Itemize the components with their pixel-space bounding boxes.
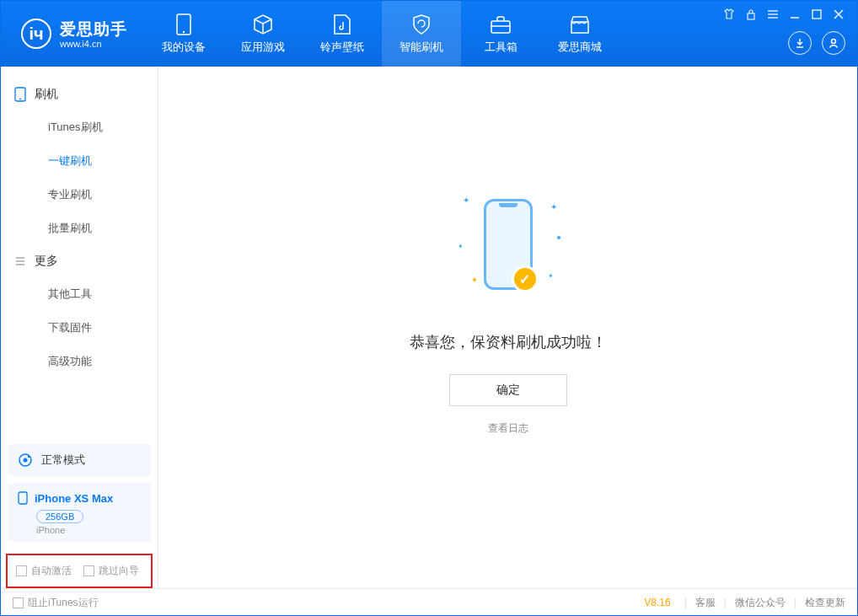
phone-notch (499, 203, 517, 207)
checkbox-icon (13, 597, 24, 608)
separator: | (724, 597, 727, 608)
device-name: iPhone XS Max (35, 492, 113, 505)
tshirt-icon[interactable] (722, 8, 736, 21)
svg-rect-4 (748, 13, 754, 19)
header-circle-buttons (788, 31, 845, 55)
sparkle-icon: ✦ (458, 243, 464, 250)
svg-point-20 (24, 458, 28, 463)
logo-area: iч 爱思助手 www.i4.cn (1, 19, 144, 49)
version-label: V8.16 (644, 597, 670, 608)
checkbox-icon (16, 565, 27, 576)
tab-label: 工具箱 (485, 40, 517, 55)
checkbox-label: 阻止iTunes运行 (28, 596, 99, 610)
device-icon (173, 13, 195, 35)
group-title: 更多 (35, 254, 58, 269)
tab-label: 爱思商城 (558, 40, 602, 55)
tab-toolbox[interactable]: 工具箱 (461, 1, 540, 67)
sidebar-item-other-tools[interactable]: 其他工具 (1, 277, 158, 311)
footer-right: V8.16 | 客服 | 微信公众号 | 检查更新 (644, 596, 845, 610)
header-right (722, 1, 845, 67)
sidebar-item-itunes-flash[interactable]: iTunes刷机 (1, 110, 158, 144)
tab-label: 铃声壁纸 (320, 40, 364, 55)
sidebar-item-advanced[interactable]: 高级功能 (1, 345, 158, 378)
svg-point-15 (19, 99, 21, 100)
checkbox-skip-guide[interactable]: 跳过向导 (83, 564, 139, 578)
success-panel: ✦ ✦ ✦ ✦ ✓ 恭喜您，保资料刷机成功啦！ 确定 查看日志 (410, 185, 607, 436)
sidebar-item-oneclick-flash[interactable]: 一键刷机 (1, 144, 158, 178)
user-button[interactable] (822, 31, 845, 55)
check-update-link[interactable]: 检查更新 (805, 596, 845, 610)
minimize-icon[interactable] (788, 8, 802, 21)
sidebar-item-pro-flash[interactable]: 专业刷机 (1, 178, 158, 212)
status-bar: 阻止iTunes运行 V8.16 | 客服 | 微信公众号 | 检查更新 (1, 588, 857, 616)
app-title: 爱思助手 (60, 19, 127, 40)
lock-icon[interactable] (744, 8, 758, 21)
logo-text: 爱思助手 www.i4.cn (60, 19, 127, 49)
download-button[interactable] (788, 31, 812, 55)
device-type: iPhone (36, 525, 141, 535)
svg-rect-9 (812, 10, 821, 19)
toolbox-icon (490, 13, 512, 35)
cube-icon (252, 13, 274, 35)
top-tabs: 我的设备 应用游戏 铃声壁纸 智能刷机 工具箱 爱思商城 (144, 1, 619, 67)
app-subtitle: www.i4.cn (60, 39, 127, 49)
refresh-shield-icon (410, 13, 432, 35)
tab-flash[interactable]: 智能刷机 (382, 1, 461, 67)
confirm-button[interactable]: 确定 (449, 374, 567, 406)
success-message: 恭喜您，保资料刷机成功啦！ (410, 332, 607, 352)
svg-rect-22 (19, 492, 27, 504)
music-file-icon (331, 13, 353, 35)
mode-icon (18, 453, 33, 468)
wechat-link[interactable]: 微信公众号 (735, 596, 786, 610)
phone-icon: ✓ (484, 199, 533, 290)
svg-rect-2 (491, 21, 510, 33)
dot-icon (557, 236, 560, 239)
tab-apps[interactable]: 应用游戏 (223, 1, 303, 67)
tab-label: 我的设备 (162, 40, 206, 55)
bottom-options-highlight: 自动激活 跳过向导 (6, 554, 153, 588)
sidebar: 刷机 iTunes刷机 一键刷机 专业刷机 批量刷机 更多 其他工具 下载固件 … (1, 67, 158, 588)
device-capacity: 256GB (36, 510, 83, 523)
checkbox-block-itunes[interactable]: 阻止iTunes运行 (13, 596, 99, 610)
sidebar-scroll: 刷机 iTunes刷机 一键刷机 专业刷机 批量刷机 更多 其他工具 下载固件 … (1, 67, 158, 441)
tab-store[interactable]: 爱思商城 (540, 1, 619, 67)
list-icon (14, 255, 26, 267)
menu-icon[interactable] (766, 8, 780, 21)
phone-icon (14, 87, 26, 102)
device-panel[interactable]: iPhone XS Max 256GB iPhone (8, 483, 151, 542)
sidebar-item-download-firmware[interactable]: 下载固件 (1, 311, 158, 345)
separator: | (794, 597, 796, 608)
footer-left: 阻止iTunes运行 (13, 596, 99, 610)
tab-my-device[interactable]: 我的设备 (144, 1, 223, 67)
support-link[interactable]: 客服 (695, 596, 716, 610)
app-header: iч 爱思助手 www.i4.cn 我的设备 应用游戏 铃声壁纸 智能刷机 工具… (1, 1, 857, 67)
checkbox-auto-activate[interactable]: 自动激活 (16, 564, 72, 578)
close-icon[interactable] (832, 8, 845, 21)
mode-label: 正常模式 (41, 453, 85, 468)
maximize-icon[interactable] (810, 8, 823, 21)
svg-point-13 (832, 40, 836, 44)
tab-ringtones[interactable]: 铃声壁纸 (303, 1, 382, 67)
sparkle-icon: ✦ (550, 202, 557, 212)
svg-point-1 (183, 30, 185, 32)
checkmark-badge-icon: ✓ (512, 265, 539, 292)
body-area: 刷机 iTunes刷机 一键刷机 专业刷机 批量刷机 更多 其他工具 下载固件 … (1, 67, 857, 588)
sparkle-icon: ✦ (548, 272, 554, 280)
checkbox-label: 自动激活 (31, 564, 72, 578)
separator: | (684, 597, 687, 608)
success-illustration: ✦ ✦ ✦ ✦ ✓ (432, 185, 584, 303)
group-title: 刷机 (35, 87, 58, 102)
tab-label: 应用游戏 (241, 40, 285, 55)
main-content: ✦ ✦ ✦ ✦ ✓ 恭喜您，保资料刷机成功啦！ 确定 查看日志 (158, 67, 857, 588)
sidebar-group-more: 更多 (1, 245, 158, 277)
checkbox-label: 跳过向导 (99, 564, 139, 578)
view-log-link[interactable]: 查看日志 (488, 421, 528, 436)
sparkle-icon: ✦ (463, 196, 469, 205)
phone-small-icon (18, 491, 28, 505)
dot-icon (473, 278, 476, 281)
sidebar-group-flash: 刷机 (1, 78, 158, 110)
store-icon (569, 13, 591, 35)
sidebar-item-batch-flash[interactable]: 批量刷机 (1, 212, 158, 245)
svg-point-21 (28, 456, 29, 458)
device-mode-panel[interactable]: 正常模式 (8, 444, 151, 476)
